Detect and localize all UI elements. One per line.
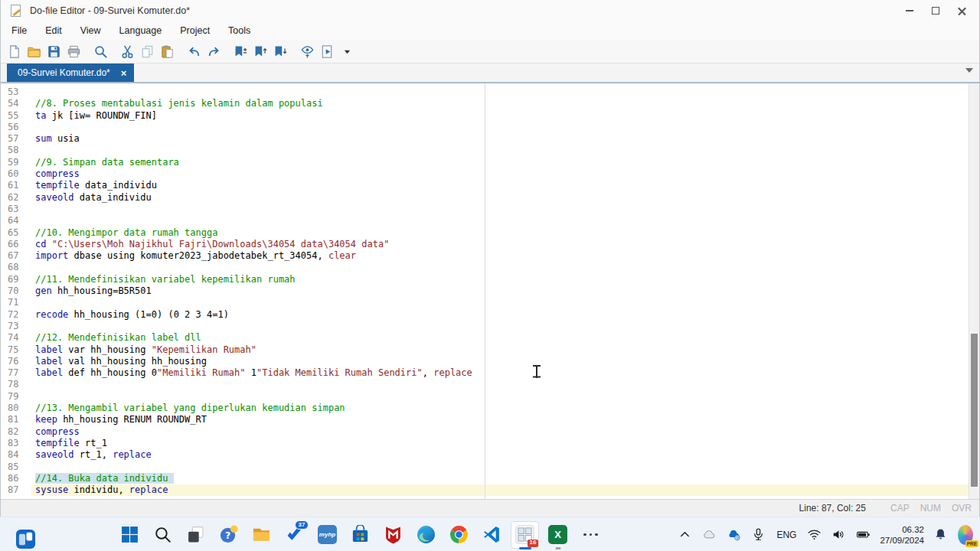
battery-icon bbox=[856, 527, 871, 542]
show-hidden-icons-button[interactable] bbox=[675, 520, 694, 550]
menu-view[interactable]: View bbox=[71, 21, 110, 40]
save-button[interactable] bbox=[44, 41, 64, 61]
microphone-button[interactable] bbox=[749, 520, 768, 550]
line-number: 78 bbox=[1, 379, 31, 390]
find-button[interactable] bbox=[90, 41, 110, 61]
code-text: recode hh_housing (1=0) (0 2 3 4=1) bbox=[31, 309, 969, 321]
widgets-button[interactable] bbox=[14, 523, 37, 551]
line-number: 75 bbox=[1, 344, 31, 356]
notifications-button[interactable] bbox=[931, 520, 950, 550]
toolbar-more-button[interactable] bbox=[337, 41, 357, 61]
clock[interactable]: 06.32 27/09/2024 bbox=[878, 524, 926, 546]
line-number: 83 bbox=[1, 438, 31, 449]
edge-button[interactable] bbox=[410, 520, 443, 550]
cut-button[interactable] bbox=[117, 41, 137, 61]
preview-button[interactable] bbox=[297, 41, 317, 61]
menu-language[interactable]: Language bbox=[110, 21, 172, 40]
widgets-icon bbox=[16, 530, 35, 549]
start-button[interactable] bbox=[113, 520, 146, 550]
close-button[interactable] bbox=[949, 1, 975, 21]
line-number: 86 bbox=[1, 473, 31, 484]
code-text: sysuse individu, replace bbox=[31, 484, 969, 496]
close-icon bbox=[958, 7, 966, 15]
toolbar bbox=[1, 40, 979, 64]
code-text: tempfile data_individu bbox=[31, 180, 969, 191]
bookmark-toggle-icon bbox=[234, 44, 248, 59]
minimize-button[interactable] bbox=[897, 1, 923, 21]
new-file-icon bbox=[7, 44, 21, 59]
menu-project[interactable]: Project bbox=[171, 21, 219, 40]
statusbar: Line: 87, Col: 25 CAP NUM OVR bbox=[1, 499, 979, 517]
cloud-icon bbox=[702, 527, 717, 542]
microsoft-store-button[interactable] bbox=[344, 520, 377, 550]
chrome-button[interactable] bbox=[443, 520, 475, 550]
vertical-scrollbar[interactable] bbox=[969, 83, 979, 499]
task-view-button[interactable] bbox=[179, 520, 212, 550]
restore-button[interactable] bbox=[923, 1, 949, 21]
language-indicator[interactable]: ENG bbox=[773, 520, 799, 550]
code-editor[interactable]: 5354//8. Proses mentabulasi jenis kelami… bbox=[1, 83, 979, 499]
code-text: ta jk [iw= ROUNDW_FIN] bbox=[31, 110, 969, 122]
menu-tools[interactable]: Tools bbox=[219, 21, 260, 40]
save-icon bbox=[47, 44, 61, 59]
print-button[interactable] bbox=[64, 41, 83, 61]
code-text: //12. Mendefinisikan label dll bbox=[31, 332, 969, 344]
execute-do-button[interactable] bbox=[317, 41, 337, 61]
myhp-button[interactable]: myhp bbox=[311, 520, 344, 550]
undo-button[interactable] bbox=[184, 41, 204, 61]
vscode-icon bbox=[482, 525, 501, 544]
wifi-button[interactable] bbox=[805, 520, 824, 550]
scrollbar-thumb[interactable] bbox=[971, 334, 978, 487]
more-apps-button[interactable] bbox=[574, 520, 607, 550]
copy-button[interactable] bbox=[137, 41, 157, 61]
tab-do-file[interactable]: 09-Survei Komuter.do* × bbox=[7, 64, 134, 82]
file-explorer-button[interactable] bbox=[245, 520, 278, 550]
taskbar-search-button[interactable] bbox=[146, 520, 179, 550]
code-text: //10. Mengimpor data rumah tangga bbox=[31, 227, 969, 239]
question-app-icon: ? bbox=[219, 525, 238, 544]
line-number: 58 bbox=[1, 145, 31, 156]
line-number: 69 bbox=[1, 274, 31, 285]
tab-overflow-chevron-icon[interactable] bbox=[965, 68, 973, 73]
redo-button[interactable] bbox=[204, 41, 224, 61]
run-do-icon bbox=[320, 44, 335, 59]
mcafee-shield-icon bbox=[384, 525, 403, 544]
cloud-app-button[interactable] bbox=[700, 520, 719, 550]
battery-button[interactable] bbox=[854, 520, 873, 550]
volume-button[interactable] bbox=[829, 520, 848, 550]
redo-icon bbox=[207, 44, 221, 59]
paste-button[interactable] bbox=[157, 41, 177, 61]
code-text: label val hh_housing hh_housing bbox=[31, 356, 969, 367]
line-number: 70 bbox=[1, 285, 31, 297]
menu-edit[interactable]: Edit bbox=[36, 21, 71, 40]
mcafee-button[interactable] bbox=[377, 520, 410, 550]
line-number: 62 bbox=[1, 192, 31, 204]
next-bookmark-button[interactable] bbox=[270, 41, 290, 61]
tab-close-icon[interactable]: × bbox=[121, 68, 127, 78]
stata-button[interactable]: 16 bbox=[508, 520, 541, 550]
code-text: label var hh_housing "Kepemilikan Rumah" bbox=[31, 344, 969, 356]
line-number: 77 bbox=[1, 367, 31, 379]
line-number: 61 bbox=[1, 180, 31, 191]
bell-icon bbox=[933, 527, 948, 542]
code-text: tempfile rt_1 bbox=[31, 438, 969, 449]
quiz-app-button[interactable]: ? bbox=[212, 520, 245, 550]
scissors-icon bbox=[120, 44, 135, 59]
code-text: //11. Mendefinisikan variabel kepemilika… bbox=[31, 274, 969, 285]
line-number: 64 bbox=[1, 215, 31, 227]
planner-app-button[interactable]: 37 bbox=[278, 520, 311, 550]
excel-button[interactable]: X bbox=[541, 520, 574, 550]
onedrive-button[interactable] bbox=[724, 520, 743, 550]
code-text: gen hh_housing=B5R501 bbox=[31, 285, 969, 297]
bookmark-up-icon bbox=[253, 44, 268, 59]
menu-file[interactable]: File bbox=[2, 21, 36, 40]
open-button[interactable] bbox=[24, 41, 44, 61]
copilot-button[interactable]: PRE bbox=[956, 525, 975, 545]
line-number: 85 bbox=[1, 461, 31, 473]
line-number: 60 bbox=[1, 168, 31, 180]
new-do-file-button[interactable] bbox=[4, 41, 24, 61]
restore-icon bbox=[932, 7, 939, 15]
vscode-button[interactable] bbox=[475, 520, 508, 550]
toggle-bookmark-button[interactable] bbox=[230, 41, 250, 61]
previous-bookmark-button[interactable] bbox=[250, 41, 270, 61]
